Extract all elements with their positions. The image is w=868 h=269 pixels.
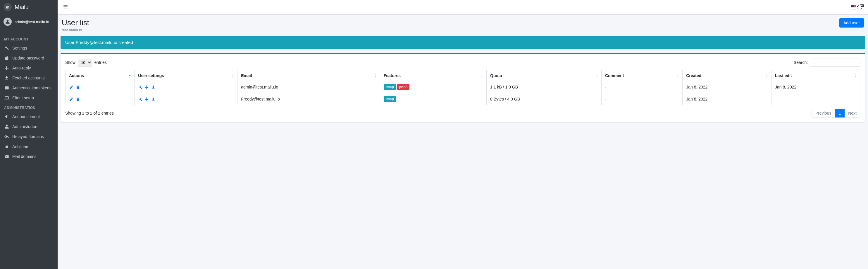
brand-logo-icon: m: [3, 3, 12, 11]
entries-select[interactable]: 10: [78, 59, 92, 66]
sidebar-item-relayed-domains[interactable]: Relayed domains: [0, 132, 58, 141]
topbar: en: [58, 0, 868, 15]
feature-badge: pop3: [397, 84, 410, 90]
brand[interactable]: m Mailu: [0, 0, 58, 14]
card-icon: [4, 85, 9, 90]
cell-email: Freddy@test.mailu.io: [238, 93, 380, 105]
download-icon: [4, 75, 9, 81]
table-footer: Showing 1 to 2 of 2 entries Previous 1 N…: [65, 109, 860, 117]
search-input[interactable]: [811, 59, 860, 66]
delete-icon[interactable]: [75, 97, 80, 102]
table-header-row: Actions User settings Email Features Quo…: [65, 70, 860, 81]
show-post: entries: [94, 60, 107, 65]
sort-icon: [373, 74, 377, 78]
content: User list test.mailu.io Add user User Fr…: [58, 15, 868, 269]
cell-comment: -: [601, 81, 682, 93]
page-subtitle: test.mailu.io: [62, 28, 89, 32]
content-header: User list test.mailu.io Add user: [61, 18, 865, 32]
col-quota[interactable]: Quota: [487, 70, 601, 81]
show-pre: Show: [65, 60, 75, 65]
sidebar-item-auth-tokens[interactable]: Authentication tokens: [0, 83, 58, 93]
feature-badge: imap: [384, 84, 396, 90]
cell-created: Jan 8, 2022: [683, 93, 772, 105]
nav-label: Announcement: [12, 114, 40, 119]
auto-reply-icon[interactable]: [145, 85, 149, 90]
fetch-icon[interactable]: [151, 85, 156, 90]
nav-label: Client setup: [12, 96, 34, 100]
edit-icon[interactable]: [69, 85, 74, 90]
prev-page-button[interactable]: Previous: [811, 109, 835, 117]
col-features[interactable]: Features: [380, 70, 486, 81]
nav-header-account: MY ACCOUNT: [0, 34, 58, 43]
sidebar-item-fetched-accounts[interactable]: Fetched accounts: [0, 73, 58, 83]
cell-last-edit: [772, 93, 860, 105]
laptop-icon: [4, 95, 9, 101]
table-info: Showing 1 to 2 of 2 entries: [65, 111, 114, 115]
cell-quota: 0 Bytes / 4.0 GB: [487, 93, 601, 105]
plane-icon: [4, 65, 9, 71]
nav-label: Administrators: [12, 124, 38, 129]
sidebar-item-mail-domains[interactable]: Mail domains: [0, 152, 58, 161]
envelope-icon: [4, 154, 9, 159]
settings-icon[interactable]: [138, 85, 143, 90]
user-table: Actions User settings Email Features Quo…: [65, 70, 860, 105]
col-user-settings[interactable]: User settings: [134, 70, 238, 81]
edit-icon[interactable]: [69, 97, 74, 102]
col-actions[interactable]: Actions: [65, 70, 134, 81]
sidebar-item-client-setup[interactable]: Client setup: [0, 93, 58, 103]
user-panel[interactable]: admin@test.mailu.io: [0, 14, 58, 29]
brand-name: Mailu: [14, 4, 29, 10]
search-wrap: Search:: [794, 59, 860, 66]
col-comment[interactable]: Comment: [601, 70, 682, 81]
language-selector[interactable]: en: [851, 5, 864, 9]
sidebar-item-announcement[interactable]: Announcement: [0, 112, 58, 122]
cell-features: imap: [380, 93, 486, 105]
page-1-button[interactable]: 1: [835, 109, 845, 117]
fetch-icon[interactable]: [151, 97, 156, 102]
sidebar-item-antispam[interactable]: Antispam: [0, 141, 58, 152]
lock-icon: [4, 55, 9, 61]
flag-icon-2: [857, 5, 862, 9]
delete-icon[interactable]: [75, 85, 80, 90]
cell-quota: 1.1 kB / 1.0 GB: [487, 81, 601, 93]
menu-toggle-button[interactable]: [62, 3, 69, 11]
wrench-icon: [4, 46, 9, 51]
table-row: Freddy@test.mailu.io imap 0 Bytes / 4.0 …: [65, 93, 860, 105]
sort-icon: [595, 74, 599, 78]
col-email[interactable]: Email: [238, 70, 380, 81]
col-created[interactable]: Created: [683, 70, 772, 81]
nav-label: Relayed domains: [12, 134, 44, 139]
pagination: Previous 1 Next: [811, 109, 860, 117]
cell-user-settings: [134, 93, 238, 105]
user-icon: [4, 124, 9, 129]
settings-icon[interactable]: [138, 97, 143, 102]
sidebar-item-update-password[interactable]: Update password: [0, 53, 58, 63]
feature-badge: imap: [384, 96, 396, 102]
page-title: User list: [62, 18, 89, 27]
user-table-card: Show 10 entries Search:: [61, 53, 865, 122]
add-user-button[interactable]: Add user: [839, 18, 864, 28]
nav-header-admin: ADMINISTRATION: [0, 103, 58, 112]
nav-label: Update password: [12, 56, 44, 60]
trash-icon: [4, 144, 9, 149]
sidebar-item-administrators[interactable]: Administrators: [0, 122, 58, 132]
nav-label: Mail domains: [12, 154, 36, 159]
table-controls: Show 10 entries Search:: [65, 59, 860, 66]
main: en User list test.mailu.io Add user User…: [58, 0, 868, 269]
col-last-edit[interactable]: Last edit: [772, 70, 860, 81]
nav-label: Auto-reply: [12, 65, 31, 70]
sidebar-item-settings[interactable]: Settings: [0, 43, 58, 53]
cell-created: Jan 8, 2022: [683, 81, 772, 93]
nav-label: Authentication tokens: [12, 86, 52, 90]
hamburger-icon: [63, 4, 68, 9]
sort-icon: [128, 74, 132, 78]
sidebar-item-auto-reply[interactable]: Auto-reply: [0, 63, 58, 73]
alert-success: User Freddy@test.mailu.io created: [61, 36, 865, 49]
nav-divider: [3, 32, 54, 32]
next-page-button[interactable]: Next: [845, 109, 860, 117]
sort-icon: [854, 74, 858, 78]
reply-all-icon: [4, 134, 9, 139]
auto-reply-icon[interactable]: [145, 97, 149, 102]
table-row: admin@test.mailu.io imappop3 1.1 kB / 1.…: [65, 81, 860, 93]
nav-label: Antispam: [12, 144, 29, 149]
